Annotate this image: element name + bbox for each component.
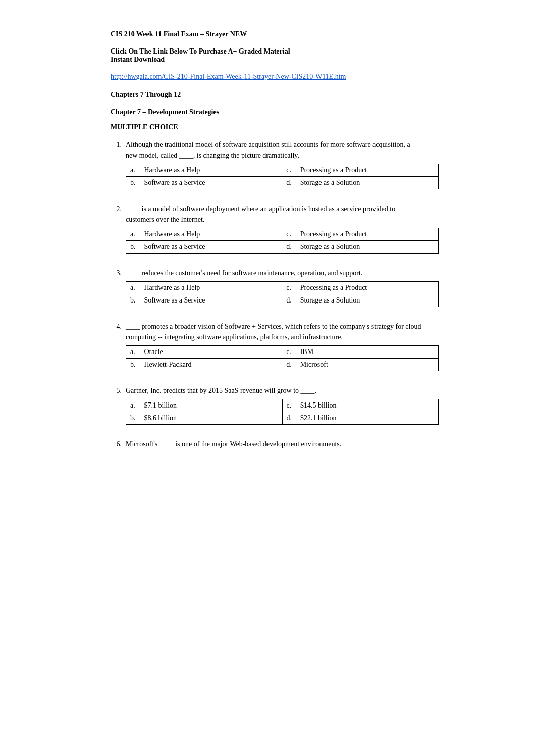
question-num-2: 2.	[111, 204, 122, 225]
answer-text-d-2: Storage as a Solution	[296, 241, 438, 254]
question-num-3: 3.	[111, 268, 122, 278]
answer-label-b-5: b.	[126, 412, 140, 425]
answer-text-b-1: Software as a Service	[140, 177, 282, 189]
answer-text-b-5: $8.6 billion	[140, 412, 282, 425]
chapter-title: Chapter 7 – Development Strategies	[111, 108, 423, 116]
table-row: b.Software as a Serviced.Storage as a So…	[126, 177, 439, 189]
question-body-2: ____ is a model of software deployment w…	[126, 204, 423, 225]
answer-label-a-1: a.	[126, 164, 140, 177]
section-title: MULTIPLE CHOICE	[111, 123, 423, 131]
answer-text-c-3: Processing as a Product	[296, 282, 438, 294]
table-row: b.Software as a Serviced.Storage as a So…	[126, 294, 439, 307]
answer-label-a-5: a.	[126, 399, 140, 412]
answer-text-a-5: $7.1 billion	[140, 399, 282, 412]
answer-label-c-5: c.	[282, 399, 296, 412]
answer-label-b-4: b.	[126, 359, 140, 371]
answer-label-d-1: d.	[282, 177, 296, 189]
question-body-4: ____ promotes a broader vision of Softwa…	[126, 321, 423, 342]
question-num-5: 5.	[111, 385, 122, 396]
answer-text-c-1: Processing as a Product	[296, 164, 438, 177]
answer-label-b-3: b.	[126, 294, 140, 307]
question-1: 1.Although the traditional model of soft…	[111, 139, 423, 189]
answer-table-2: a.Hardware as a Helpc.Processing as a Pr…	[126, 228, 439, 254]
answer-table-3: a.Hardware as a Helpc.Processing as a Pr…	[126, 281, 439, 307]
purchase-link[interactable]: http://hwgala.com/CIS-210-Final-Exam-Wee…	[111, 73, 346, 80]
answer-text-a-2: Hardware as a Help	[140, 228, 282, 241]
answer-table-5: a.$7.1 billionc.$14.5 billionb.$8.6 bill…	[126, 399, 439, 425]
answer-text-b-2: Software as a Service	[140, 241, 282, 254]
answer-label-b-1: b.	[126, 177, 140, 189]
purchase-line2: Instant Download	[111, 56, 423, 64]
answer-label-c-2: c.	[282, 228, 296, 241]
answer-text-c-5: $14.5 billion	[296, 399, 439, 412]
answer-text-c-2: Processing as a Product	[296, 228, 438, 241]
answer-label-b-2: b.	[126, 241, 140, 254]
question-3: 3.____ reduces the customer's need for s…	[111, 268, 423, 307]
answer-label-d-3: d.	[282, 294, 296, 307]
answer-label-a-2: a.	[126, 228, 140, 241]
answer-text-b-4: Hewlett-Packard	[140, 359, 282, 371]
answer-table-4: a.Oraclec.IBMb.Hewlett-Packardd.Microsof…	[126, 345, 439, 371]
answer-label-d-2: d.	[282, 241, 296, 254]
answer-table-1: a.Hardware as a Helpc.Processing as a Pr…	[126, 164, 439, 189]
question-6: 6.Microsoft's ____ is one of the major W…	[111, 439, 423, 449]
answer-text-a-4: Oracle	[140, 346, 282, 359]
page-title: CIS 210 Week 11 Final Exam – Strayer NEW	[111, 30, 423, 38]
question-2: 2.____ is a model of software deployment…	[111, 204, 423, 254]
table-row: a.Hardware as a Helpc.Processing as a Pr…	[126, 282, 439, 294]
table-row: b.Software as a Serviced.Storage as a So…	[126, 241, 439, 254]
page-container: CIS 210 Week 11 Final Exam – Strayer NEW…	[70, 0, 464, 494]
table-row: a.Oraclec.IBM	[126, 346, 439, 359]
answer-label-d-4: d.	[282, 359, 296, 371]
table-row: b.$8.6 billiond.$22.1 billion	[126, 412, 439, 425]
answer-label-d-5: d.	[282, 412, 296, 425]
table-row: a.Hardware as a Helpc.Processing as a Pr…	[126, 228, 439, 241]
answer-text-a-3: Hardware as a Help	[140, 282, 282, 294]
table-row: a.Hardware as a Helpc.Processing as a Pr…	[126, 164, 439, 177]
table-row: b.Hewlett-Packardd.Microsoft	[126, 359, 439, 371]
purchase-line1: Click On The Link Below To Purchase A+ G…	[111, 47, 423, 56]
question-4: 4.____ promotes a broader vision of Soft…	[111, 321, 423, 371]
question-body-3: ____ reduces the customer's need for sof…	[126, 268, 423, 278]
question-body-5: Gartner, Inc. predicts that by 2015 SaaS…	[126, 385, 423, 396]
questions-container: 1.Although the traditional model of soft…	[111, 139, 423, 449]
answer-text-c-4: IBM	[296, 346, 438, 359]
answer-text-d-3: Storage as a Solution	[296, 294, 438, 307]
answer-text-d-5: $22.1 billion	[296, 412, 439, 425]
question-body-1: Although the traditional model of softwa…	[126, 139, 423, 161]
answer-label-a-4: a.	[126, 346, 140, 359]
question-num-6: 6.	[111, 439, 122, 449]
answer-label-a-3: a.	[126, 282, 140, 294]
answer-text-a-1: Hardware as a Help	[140, 164, 282, 177]
answer-label-c-4: c.	[282, 346, 296, 359]
chapters-range: Chapters 7 Through 12	[111, 91, 423, 99]
answer-text-d-4: Microsoft	[296, 359, 438, 371]
purchase-block: Click On The Link Below To Purchase A+ G…	[111, 47, 423, 64]
answer-label-c-1: c.	[282, 164, 296, 177]
question-num-1: 1.	[111, 139, 122, 161]
answer-text-d-1: Storage as a Solution	[296, 177, 438, 189]
answer-text-b-3: Software as a Service	[140, 294, 282, 307]
question-body-6: Microsoft's ____ is one of the major Web…	[126, 439, 423, 449]
link-block: http://hwgala.com/CIS-210-Final-Exam-Wee…	[111, 73, 423, 81]
question-num-4: 4.	[111, 321, 122, 342]
table-row: a.$7.1 billionc.$14.5 billion	[126, 399, 439, 412]
question-5: 5.Gartner, Inc. predicts that by 2015 Sa…	[111, 385, 423, 425]
answer-label-c-3: c.	[282, 282, 296, 294]
